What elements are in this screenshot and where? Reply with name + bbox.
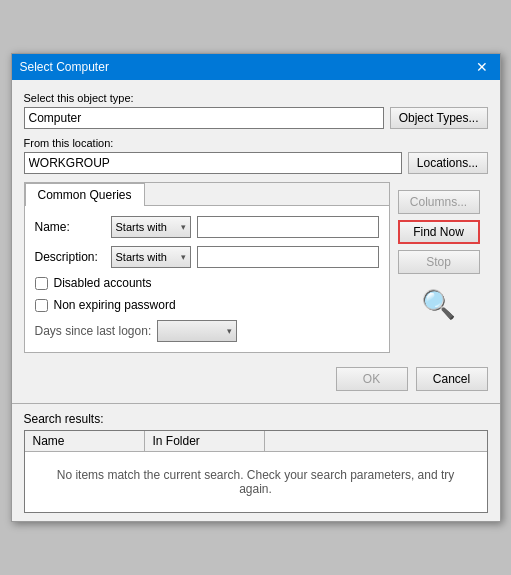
location-group: From this location: Locations... — [24, 137, 488, 174]
object-type-label: Select this object type: — [24, 92, 488, 104]
no-results-message: No items match the current search. Check… — [41, 468, 471, 496]
location-label: From this location: — [24, 137, 488, 149]
location-row: Locations... — [24, 152, 488, 174]
name-row: Name: Starts with ▾ — [35, 216, 379, 238]
object-type-row: Object Types... — [24, 107, 488, 129]
col-in-folder: In Folder — [145, 431, 265, 451]
description-starts-with-label: Starts with — [116, 251, 167, 263]
non-expiring-password-checkbox[interactable] — [35, 299, 48, 312]
tab-header: Common Queries — [25, 183, 389, 206]
object-type-input[interactable] — [24, 107, 384, 129]
non-expiring-password-row: Non expiring password — [35, 298, 379, 312]
tab-common-queries[interactable]: Common Queries — [25, 183, 145, 206]
non-expiring-password-label: Non expiring password — [54, 298, 176, 312]
dialog-body: Select this object type: Object Types...… — [12, 80, 500, 361]
tab-and-buttons: Common Queries Name: Starts with ▾ — [24, 182, 488, 353]
name-starts-with-label: Starts with — [116, 221, 167, 233]
bottom-section: Search results: Name In Folder No items … — [12, 408, 500, 521]
description-label: Description: — [35, 250, 105, 264]
divider — [12, 403, 500, 404]
name-starts-with-dropdown[interactable]: Starts with ▾ — [111, 216, 191, 238]
disabled-accounts-row: Disabled accounts — [35, 276, 379, 290]
object-types-button[interactable]: Object Types... — [390, 107, 488, 129]
results-table: Name In Folder No items match the curren… — [24, 430, 488, 513]
location-input[interactable] — [24, 152, 402, 174]
name-label: Name: — [35, 220, 105, 234]
ok-cancel-row: OK Cancel — [12, 361, 500, 399]
dialog-title: Select Computer — [20, 60, 109, 74]
results-body: No items match the current search. Check… — [25, 452, 487, 512]
name-chevron-icon: ▾ — [181, 222, 186, 232]
days-since-label: Days since last logon: — [35, 324, 152, 338]
days-since-row: Days since last logon: ▾ — [35, 320, 379, 342]
find-now-button[interactable]: Find Now — [398, 220, 480, 244]
right-buttons: Columns... Find Now Stop 🔍 — [398, 182, 488, 329]
stop-button[interactable]: Stop — [398, 250, 480, 274]
cancel-button[interactable]: Cancel — [416, 367, 488, 391]
col-extra — [265, 431, 487, 451]
disabled-accounts-checkbox[interactable] — [35, 277, 48, 290]
results-header: Name In Folder — [25, 431, 487, 452]
description-query-input[interactable] — [197, 246, 379, 268]
columns-button[interactable]: Columns... — [398, 190, 480, 214]
ok-button[interactable]: OK — [336, 367, 408, 391]
search-results-label: Search results: — [24, 412, 488, 426]
name-query-input[interactable] — [197, 216, 379, 238]
tab-section: Common Queries Name: Starts with ▾ — [24, 182, 390, 353]
object-type-group: Select this object type: Object Types... — [24, 92, 488, 129]
days-chevron-icon: ▾ — [227, 326, 232, 336]
title-bar: Select Computer ✕ — [12, 54, 500, 80]
tab-content: Name: Starts with ▾ Description: Starts — [25, 206, 389, 352]
select-computer-dialog: Select Computer ✕ Select this object typ… — [11, 53, 501, 522]
days-dropdown[interactable]: ▾ — [157, 320, 237, 342]
close-button[interactable]: ✕ — [472, 60, 492, 74]
locations-button[interactable]: Locations... — [408, 152, 488, 174]
disabled-accounts-label: Disabled accounts — [54, 276, 152, 290]
tab-container: Common Queries Name: Starts with ▾ — [24, 182, 390, 353]
description-starts-with-dropdown[interactable]: Starts with ▾ — [111, 246, 191, 268]
description-chevron-icon: ▾ — [181, 252, 186, 262]
col-name: Name — [25, 431, 145, 451]
search-icon-area: 🔍 — [398, 288, 480, 321]
description-row: Description: Starts with ▾ — [35, 246, 379, 268]
search-magnifier-icon: 🔍 — [421, 288, 456, 321]
